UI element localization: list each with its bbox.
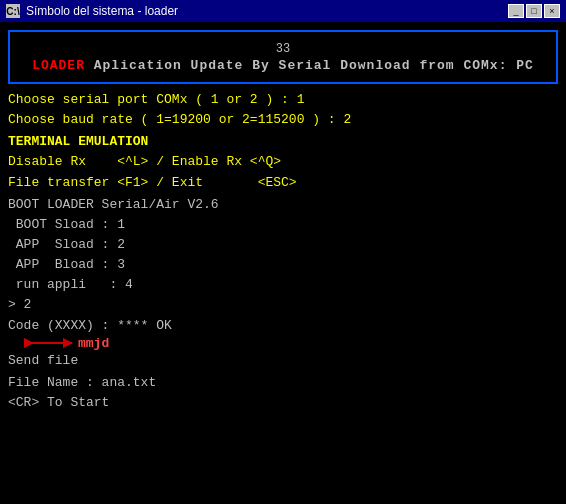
filename-line: File Name : ana.txt xyxy=(8,373,558,393)
banner-loader-label: LOADER xyxy=(32,58,85,73)
banner-number: 33 xyxy=(276,42,290,56)
cr-start-line: <CR> To Start xyxy=(8,393,558,413)
window-icon: C:\ xyxy=(6,4,20,18)
arrow-line xyxy=(32,342,72,344)
banner-main: LOADER Aplication Update By Serial Downl… xyxy=(32,58,534,73)
choose-serial-line: Choose serial port COMx ( 1 or 2 ) : 1 xyxy=(8,90,558,110)
minimize-button[interactable]: _ xyxy=(508,4,524,18)
banner-desc: Aplication Update By Serial Download fro… xyxy=(85,58,534,73)
terminal-window: 33 LOADER Aplication Update By Serial Do… xyxy=(0,22,566,504)
app-bload-line: APP Bload : 3 xyxy=(8,255,558,275)
run-appli-line: run appli : 4 xyxy=(8,275,558,295)
banner-box: 33 LOADER Aplication Update By Serial Do… xyxy=(8,30,558,84)
disable-rx-line: Disable Rx <^L> / Enable Rx <^Q> xyxy=(8,152,558,172)
boot-loader-line: BOOT LOADER Serial/Air V2.6 xyxy=(8,195,558,215)
code-line: Code (XXXX) : **** OK xyxy=(8,316,558,336)
annotation-row: mmjd xyxy=(8,336,558,351)
maximize-button[interactable]: □ xyxy=(526,4,542,18)
prompt-line: > 2 xyxy=(8,295,558,315)
file-transfer-line: File transfer <F1> / Exit <ESC> xyxy=(8,173,558,193)
terminal-emulation-heading: TERMINAL EMULATION xyxy=(8,132,558,152)
close-button[interactable]: × xyxy=(544,4,560,18)
arrow-container: mmjd xyxy=(32,336,109,351)
boot-sload-line: BOOT Sload : 1 xyxy=(8,215,558,235)
app-sload-line: APP Sload : 2 xyxy=(8,235,558,255)
arrow-label: mmjd xyxy=(78,336,109,351)
choose-baud-line: Choose baud rate ( 1=19200 or 2=115200 )… xyxy=(8,110,558,130)
send-file-line: Send file xyxy=(8,351,558,371)
window-title: Símbolo del sistema - loader xyxy=(26,4,178,18)
title-bar: C:\ Símbolo del sistema - loader _ □ × xyxy=(0,0,566,22)
window-controls: _ □ × xyxy=(508,4,560,18)
